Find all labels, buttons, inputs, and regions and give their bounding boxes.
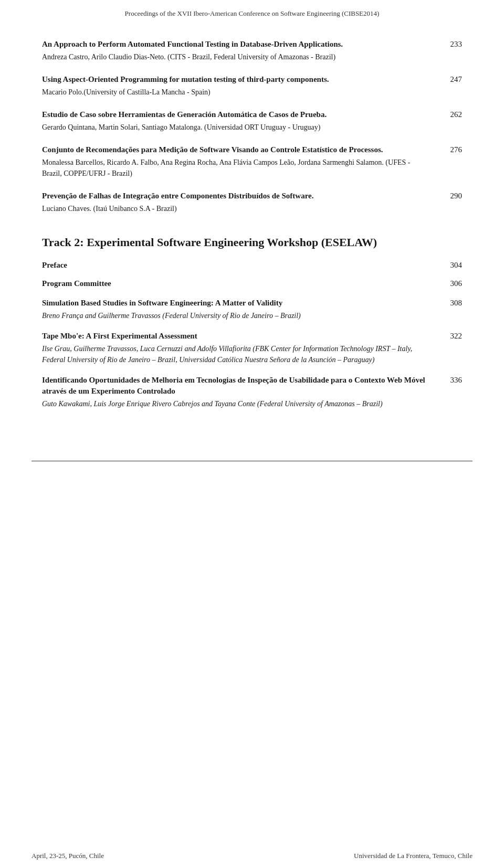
entry-2-left: Using Aspect-Oriented Programming for mu… (42, 74, 441, 98)
program-committee-label: Program Committee (42, 279, 111, 288)
entry-2: Using Aspect-Oriented Programming for mu… (42, 74, 462, 98)
simulation-authors: Breno França and Guilherme Travassos (Fe… (42, 310, 430, 321)
page-header: Proceedings of the XVII Ibero-American C… (0, 0, 504, 23)
entry-4-number: 276 (441, 144, 462, 154)
program-committee-number: 306 (441, 279, 462, 288)
footer-left: April, 23-25, Pucón, Chile (32, 852, 104, 860)
identificando-authors: Guto Kawakami, Luis Jorge Enrique Rivero… (42, 398, 430, 409)
entry-3-title: Estudio de Caso sobre Herramientas de Ge… (42, 109, 430, 120)
entry-5-title: Prevenção de Falhas de Integração entre … (42, 190, 430, 202)
footer-center: Universidad de La Frontera, Temuco, Chil… (354, 852, 472, 860)
identificando-left: Identificando Oportunidades de Melhoria … (42, 375, 441, 409)
entry-3-number: 262 (441, 109, 462, 119)
entry-4-authors: Monalessa Barcellos, Ricardo A. Falbo, A… (42, 157, 430, 179)
entry-2-authors: Macario Polo.(University of Castilla-La … (42, 87, 430, 98)
entry-3-left: Estudio de Caso sobre Herramientas de Ge… (42, 109, 441, 133)
simulation-title: Simulation Based Studies in Software Eng… (42, 298, 430, 309)
entry-4-title: Conjunto de Recomendações para Medição d… (42, 144, 430, 155)
entry-5-number: 290 (441, 190, 462, 200)
page-container: Proceedings of the XVII Ibero-American C… (0, 0, 504, 868)
track2-identificando: Identificando Oportunidades de Melhoria … (42, 375, 462, 409)
tape-left: Tape Mbo'e: A First Experimental Assessm… (42, 331, 441, 365)
track2-preface: Preface 304 (42, 261, 462, 270)
track2-tape: Tape Mbo'e: A First Experimental Assessm… (42, 331, 462, 365)
identificando-number: 336 (441, 375, 462, 385)
track2-simulation: Simulation Based Studies in Software Eng… (42, 298, 462, 321)
entry-1-authors: Andreza Castro, Arilo Claudio Dias-Neto.… (42, 51, 430, 62)
entry-2-title: Using Aspect-Oriented Programming for mu… (42, 74, 430, 85)
tape-number: 322 (441, 331, 462, 341)
entry-5: Prevenção de Falhas de Integração entre … (42, 190, 462, 214)
footer-divider (32, 461, 472, 461)
entry-2-number: 247 (441, 74, 462, 84)
entry-1: An Approach to Perform Automated Functio… (42, 39, 462, 62)
entry-5-left: Prevenção de Falhas de Integração entre … (42, 190, 441, 214)
entry-3-authors: Gerardo Quintana, Martin Solari, Santiag… (42, 122, 430, 133)
header-text: Proceedings of the XVII Ibero-American C… (125, 9, 380, 17)
main-content: An Approach to Perform Automated Functio… (0, 23, 504, 461)
tape-title: Tape Mbo'e: A First Experimental Assessm… (42, 331, 430, 342)
simulation-number: 308 (441, 298, 462, 308)
identificando-title: Identificando Oportunidades de Melhoria … (42, 375, 430, 397)
track2-header: Track 2: Experimental Software Engineeri… (42, 235, 462, 250)
preface-number: 304 (441, 261, 462, 270)
entry-1-number: 233 (441, 39, 462, 49)
entry-1-title: An Approach to Perform Automated Functio… (42, 39, 430, 50)
tape-authors: Ilse Grau, Guilherme Travassos, Luca Cer… (42, 343, 430, 365)
simulation-left: Simulation Based Studies in Software Eng… (42, 298, 441, 321)
entry-1-left: An Approach to Perform Automated Functio… (42, 39, 441, 62)
page-footer: April, 23-25, Pucón, Chile Universidad d… (0, 844, 504, 868)
entry-3: Estudio de Caso sobre Herramientas de Ge… (42, 109, 462, 133)
entry-4: Conjunto de Recomendações para Medição d… (42, 144, 462, 179)
track2-program-committee: Program Committee 306 (42, 279, 462, 288)
preface-label: Preface (42, 261, 67, 270)
entry-5-authors: Luciano Chaves. (Itaú Unibanco S.A - Bra… (42, 203, 430, 214)
entry-4-left: Conjunto de Recomendações para Medição d… (42, 144, 441, 179)
